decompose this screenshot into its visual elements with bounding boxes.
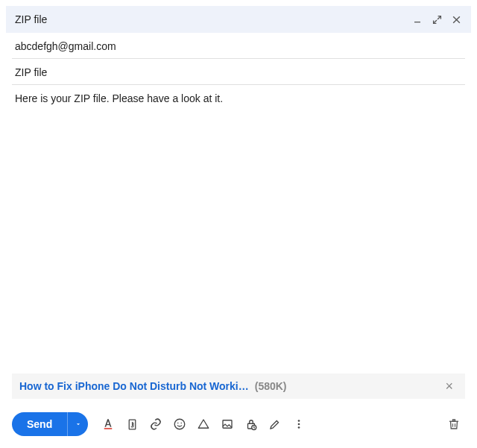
minimize-icon[interactable] — [411, 13, 423, 25]
attachment-name: How to Fix iPhone Do Not Disturb Not Wor… — [19, 380, 249, 392]
confidential-mode-icon[interactable] — [244, 417, 258, 431]
subject-text: ZIP file — [15, 66, 47, 78]
insert-link-icon[interactable] — [149, 417, 162, 431]
svg-point-4 — [177, 423, 179, 424]
close-icon[interactable] — [450, 13, 462, 25]
send-options-dropdown-icon[interactable] — [67, 412, 88, 436]
message-body[interactable]: Here is your ZIP file. Please have a loo… — [6, 85, 471, 373]
compose-title: ZIP file — [15, 13, 47, 25]
text-format-icon[interactable] — [101, 417, 115, 431]
send-split-button: Send — [12, 412, 88, 436]
insert-signature-icon[interactable] — [268, 417, 282, 431]
svg-rect-0 — [414, 22, 420, 22]
subject-field[interactable]: ZIP file — [12, 59, 465, 85]
compose-window-controls — [411, 13, 462, 25]
attachment-chip[interactable]: How to Fix iPhone Do Not Disturb Not Wor… — [12, 373, 465, 399]
svg-point-5 — [181, 423, 183, 424]
send-button[interactable]: Send — [12, 412, 67, 436]
expand-icon[interactable] — [431, 13, 443, 25]
compose-window: ZIP file abcdefgh@gmail.com ZIP file — [6, 6, 471, 442]
attach-file-icon[interactable] — [125, 417, 139, 431]
recipient-chip[interactable]: abcdefgh@gmail.com — [15, 40, 116, 52]
svg-point-11 — [298, 426, 300, 429]
svg-point-3 — [174, 419, 185, 429]
svg-rect-1 — [104, 428, 113, 429]
body-text: Here is your ZIP file. Please have a loo… — [15, 92, 223, 104]
compose-header: ZIP file — [6, 6, 471, 33]
recipients-field[interactable]: abcdefgh@gmail.com — [12, 33, 465, 59]
svg-point-10 — [298, 423, 300, 426]
insert-drive-icon[interactable] — [197, 417, 210, 431]
attachment-size: (580K) — [255, 380, 287, 392]
delete-draft-icon[interactable] — [447, 417, 461, 431]
compose-toolbar: Send — [6, 406, 471, 442]
formatting-toolbar — [101, 417, 306, 431]
more-options-icon[interactable] — [292, 417, 306, 431]
remove-attachment-icon[interactable]: × — [440, 379, 458, 393]
insert-photo-icon[interactable] — [221, 417, 234, 431]
insert-emoji-icon[interactable] — [173, 417, 186, 431]
svg-point-9 — [298, 420, 300, 422]
